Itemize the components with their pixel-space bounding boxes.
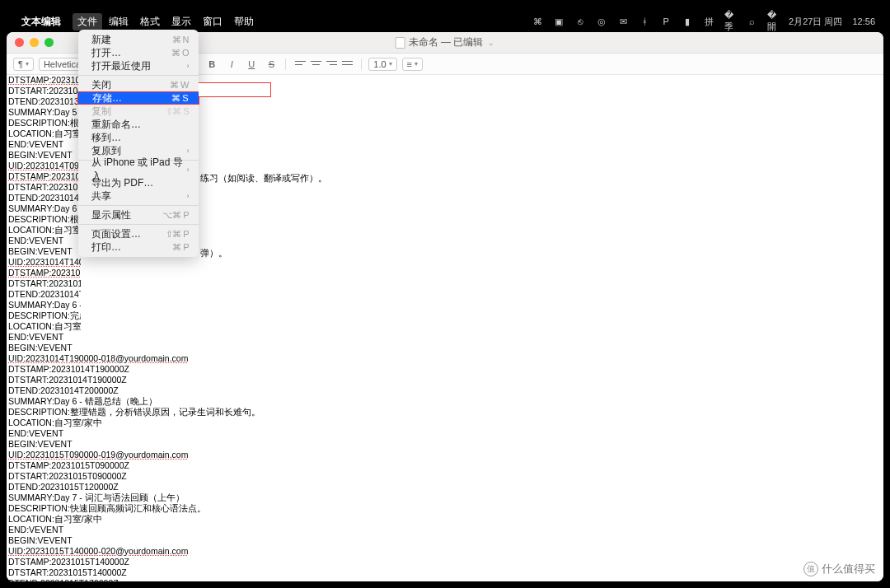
menu-item-label: 页面设置… bbox=[91, 227, 141, 241]
file-menu-dropdown: 新建⌘ N打开…⌘ O打开最近使用›关闭⌘ W存储…⌘ S复制⇧⌘ S重新命名…… bbox=[78, 30, 199, 257]
doc-text-fragment: 练习（如阅读、翻译或写作）。 bbox=[200, 173, 327, 184]
menu-item-label: 存储… bbox=[92, 91, 122, 105]
watermark: 值 什么值得买 bbox=[803, 562, 875, 576]
menu-item: 复制⇧⌘ S bbox=[78, 105, 199, 118]
menu-item[interactable]: 打开最近使用› bbox=[78, 59, 199, 72]
menu-item[interactable]: 移到… bbox=[78, 131, 199, 144]
menu-item-label: 打开… bbox=[91, 46, 121, 60]
menu-item-label: 复制 bbox=[91, 105, 111, 119]
menu-item[interactable]: 新建⌘ N bbox=[78, 33, 199, 46]
menu-item-label: 新建 bbox=[91, 33, 111, 47]
menu-item-label: 显示属性 bbox=[91, 208, 131, 222]
doc-text-fragment: 弹）。 bbox=[200, 248, 227, 259]
menu-shortcut: ⌘ P bbox=[172, 242, 189, 253]
menu-shortcut: ⇧⌘ P bbox=[166, 229, 189, 240]
menu-item-label: 打开最近使用 bbox=[91, 59, 151, 73]
menu-item[interactable]: 从 iPhone 或 iPad 导入› bbox=[78, 163, 199, 176]
menu-item-label: 打印… bbox=[91, 240, 121, 254]
menu-item-label: 关闭 bbox=[91, 78, 111, 92]
menu-item-label: 共享 bbox=[91, 189, 111, 203]
menu-separator bbox=[78, 75, 199, 76]
submenu-arrow-icon: › bbox=[187, 147, 190, 155]
menu-shortcut: ⌘ N bbox=[172, 35, 190, 45]
menu-item[interactable]: 显示属性⌥⌘ P bbox=[78, 208, 199, 222]
menu-item[interactable]: 页面设置…⇧⌘ P bbox=[78, 227, 199, 240]
watermark-text: 什么值得买 bbox=[822, 562, 875, 576]
menu-item[interactable]: 打开…⌘ O bbox=[78, 46, 199, 59]
menu-separator bbox=[78, 224, 199, 225]
menu-item[interactable]: 关闭⌘ W bbox=[78, 78, 199, 91]
menu-shortcut: ⌘ W bbox=[170, 80, 189, 91]
menu-separator bbox=[78, 205, 199, 206]
menu-item[interactable]: 存储…⌘ S bbox=[77, 91, 199, 105]
menu-item[interactable]: 共享› bbox=[78, 189, 199, 203]
submenu-arrow-icon: › bbox=[187, 166, 190, 174]
highlight-extension bbox=[199, 82, 271, 97]
menu-shortcut: ⌘ O bbox=[171, 48, 189, 58]
menu-shortcut: ⌥⌘ P bbox=[162, 210, 189, 221]
submenu-arrow-icon: › bbox=[187, 62, 190, 70]
menu-item-label: 移到… bbox=[91, 131, 121, 145]
menu-item-label: 重新命名… bbox=[91, 118, 141, 132]
menu-shortcut: ⌘ S bbox=[171, 93, 188, 104]
menu-item[interactable]: 重新命名… bbox=[78, 118, 199, 131]
menu-shortcut: ⇧⌘ S bbox=[166, 106, 189, 117]
menu-item[interactable]: 打印…⌘ P bbox=[78, 240, 199, 254]
submenu-arrow-icon: › bbox=[187, 192, 190, 200]
menu-item-label: 导出为 PDF… bbox=[91, 176, 153, 190]
watermark-logo-icon: 值 bbox=[803, 562, 818, 576]
